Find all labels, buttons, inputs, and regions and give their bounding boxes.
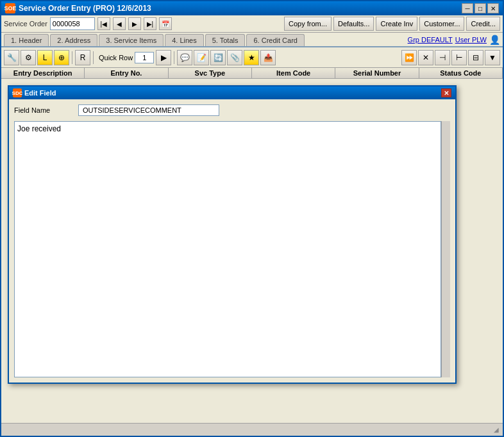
col-item-code: Item Code bbox=[252, 68, 335, 78]
scrollbar-vertical[interactable] bbox=[441, 121, 450, 377]
tool-btn-plus[interactable]: ⊕ bbox=[54, 50, 69, 65]
quick-row-input[interactable] bbox=[135, 52, 154, 63]
tabs-row: 1. Header 2. Address 3. Service Items 4.… bbox=[1, 33, 503, 47]
dialog-close-button[interactable]: ✕ bbox=[441, 88, 451, 97]
close-button[interactable]: ✕ bbox=[487, 3, 499, 13]
star-btn[interactable]: ★ bbox=[244, 50, 259, 65]
tab-service-items[interactable]: 3. Service Items bbox=[99, 34, 164, 46]
field-name-row: Field Name OUTSIDESERVICECOMMENT bbox=[14, 104, 450, 116]
credit-button[interactable]: Credit... bbox=[466, 17, 500, 31]
export-btn[interactable]: 📤 bbox=[260, 50, 276, 65]
comment-btn[interactable]: 💬 bbox=[177, 50, 192, 65]
tab-credit-card[interactable]: 6. Credit Card bbox=[246, 34, 304, 46]
resize-handle[interactable]: ◢ bbox=[492, 426, 500, 434]
dialog-icon: SDC bbox=[13, 88, 22, 97]
separator-3 bbox=[174, 51, 174, 64]
title-controls: ─ □ ✕ bbox=[462, 3, 499, 13]
service-order-label: Service Order bbox=[4, 20, 47, 28]
top-toolbar: Service Order |◀ ◀ ▶ ▶| 📅 Copy from... D… bbox=[1, 15, 503, 33]
edit-textarea[interactable]: Joe received bbox=[14, 121, 441, 377]
status-bar: ◢ bbox=[1, 423, 503, 436]
nav-last-button[interactable]: ▶| bbox=[144, 17, 156, 30]
quick-row-group: Quick Row ▶ bbox=[99, 50, 171, 65]
window-title: Service Order Entry (PRO) 12/6/2013 bbox=[19, 4, 151, 13]
tab-address[interactable]: 2. Address bbox=[50, 34, 97, 46]
nav-first-button[interactable]: |◀ bbox=[97, 17, 110, 30]
service-order-input[interactable] bbox=[50, 17, 95, 30]
dialog-title-bar: SDC Edit Field ✕ bbox=[9, 87, 455, 99]
right-tool-5[interactable]: ⊟ bbox=[468, 50, 483, 65]
textarea-container: Joe received bbox=[14, 121, 450, 377]
icon-toolbar: 🔧 ⚙ L ⊕ R Quick Row ▶ 💬 📝 🔄 📎 ★ 📤 ⏩ ✕ ⊣ … bbox=[1, 47, 503, 68]
right-tool-2[interactable]: ✕ bbox=[418, 50, 433, 65]
defaults-button[interactable]: Defaults... bbox=[333, 17, 374, 31]
toolbar-right-section: ⏩ ✕ ⊣ ⊢ ⊟ ▼ bbox=[401, 50, 500, 65]
tool-btn-1[interactable]: 🔧 bbox=[4, 50, 19, 65]
minimize-button[interactable]: ─ bbox=[462, 3, 473, 13]
right-tool-1[interactable]: ⏩ bbox=[401, 50, 417, 65]
create-inv-button[interactable]: Create Inv bbox=[376, 17, 417, 31]
col-serial-number: Serial Number bbox=[335, 68, 419, 78]
note-btn[interactable]: 📝 bbox=[194, 50, 209, 65]
maximize-button[interactable]: □ bbox=[475, 3, 486, 13]
right-tool-3[interactable]: ⊣ bbox=[435, 50, 450, 65]
col-entry-no: Entry No. bbox=[85, 68, 168, 78]
title-bar: SOE Service Order Entry (PRO) 12/6/2013 … bbox=[1, 1, 503, 15]
col-entry-description: Entry Description bbox=[1, 68, 85, 78]
edit-field-dialog: SDC Edit Field ✕ Field Name OUTSIDESERVI… bbox=[8, 85, 457, 384]
tabs-right-section: Grp DEFAULT User PLW 👤 bbox=[408, 35, 500, 46]
quick-row-go-button[interactable]: ▶ bbox=[156, 50, 171, 65]
user-icon: 👤 bbox=[489, 35, 500, 45]
tool-btn-2[interactable]: ⚙ bbox=[21, 50, 36, 65]
main-window: SOE Service Order Entry (PRO) 12/6/2013 … bbox=[0, 0, 504, 437]
app-icon: SOE bbox=[5, 3, 15, 13]
dialog-title: Edit Field bbox=[24, 89, 56, 97]
right-tool-6[interactable]: ▼ bbox=[485, 50, 500, 65]
right-tool-4[interactable]: ⊢ bbox=[451, 50, 467, 65]
tab-totals[interactable]: 5. Totals bbox=[205, 34, 246, 46]
dialog-body: Field Name OUTSIDESERVICECOMMENT Joe rec… bbox=[9, 99, 455, 383]
field-name-value: OUTSIDESERVICECOMMENT bbox=[78, 104, 219, 116]
tool-btn-L[interactable]: L bbox=[37, 50, 53, 65]
nav-next-button[interactable]: ▶ bbox=[128, 17, 141, 30]
field-name-label: Field Name bbox=[14, 106, 78, 114]
tab-lines[interactable]: 4. Lines bbox=[165, 34, 204, 46]
title-bar-left: SOE Service Order Entry (PRO) 12/6/2013 bbox=[5, 3, 151, 13]
user-plw-link[interactable]: User PLW bbox=[455, 36, 487, 44]
copy-from-button[interactable]: Copy from... bbox=[284, 17, 332, 31]
quick-row-label: Quick Row bbox=[99, 54, 133, 62]
col-status-code: Status Code bbox=[419, 68, 503, 78]
separator-2 bbox=[93, 51, 94, 64]
separator-1 bbox=[72, 51, 72, 64]
table-header: Entry Description Entry No. Svc Type Ite… bbox=[1, 68, 503, 79]
col-svc-type: Svc Type bbox=[169, 68, 252, 78]
nav-prev-button[interactable]: ◀ bbox=[113, 17, 126, 30]
tab-header[interactable]: 1. Header bbox=[4, 34, 49, 46]
grp-default-link[interactable]: Grp DEFAULT bbox=[408, 36, 453, 44]
attach-btn[interactable]: 📎 bbox=[227, 50, 242, 65]
refresh-btn[interactable]: 🔄 bbox=[210, 50, 226, 65]
calendar-button[interactable]: 📅 bbox=[159, 17, 172, 30]
customer-button[interactable]: Customer... bbox=[419, 17, 464, 31]
tool-btn-R[interactable]: R bbox=[75, 50, 90, 65]
content-area: SDC Edit Field ✕ Field Name OUTSIDESERVI… bbox=[1, 79, 503, 423]
